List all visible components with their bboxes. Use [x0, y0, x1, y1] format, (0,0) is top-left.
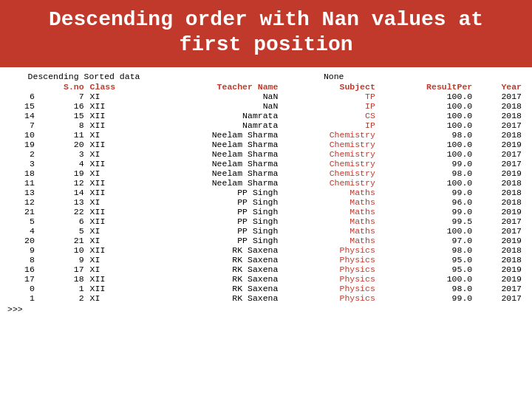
cell-sno: 9 — [38, 255, 87, 265]
col-header-class: Class — [87, 82, 146, 92]
cell-sno: 1 — [38, 284, 87, 293]
cell-subject: Chemistry — [281, 168, 378, 178]
cell-subject: TP — [281, 92, 378, 101]
cell-subject: Physics — [281, 255, 378, 265]
table-row: 18 19 XI Neelam Sharma Chemistry 98.0 20… — [7, 168, 525, 178]
cell-result: 98.0 — [378, 168, 475, 178]
cell-class: XII — [87, 274, 146, 284]
cell-result: 99.0 — [378, 159, 475, 168]
cell-subject: Maths — [281, 197, 378, 207]
cell-result: 100.0 — [378, 226, 475, 236]
cell-teacher: RK Saxena — [146, 274, 281, 284]
cell-result: 100.0 — [378, 120, 475, 130]
cell-year: 2018 — [475, 197, 525, 207]
table-row: 20 21 XI PP Singh Maths 97.0 2019 — [7, 236, 525, 245]
cell-class: XI — [87, 92, 146, 101]
cell-class: XII — [87, 178, 146, 188]
cell-year: 2019 — [475, 168, 525, 178]
cell-sno: 21 — [38, 236, 87, 245]
cell-subject: Physics — [281, 274, 378, 284]
cell-year: 2018 — [475, 255, 525, 265]
cell-sno: 18 — [38, 274, 87, 284]
cell-teacher: NaN — [146, 101, 281, 111]
cell-idx: 1 — [7, 293, 38, 303]
cell-class: XI — [87, 130, 146, 140]
cell-teacher: PP Singh — [146, 207, 281, 216]
col-header-sno: S.no — [38, 82, 87, 92]
cell-sno: 4 — [38, 159, 87, 168]
cell-teacher: PP Singh — [146, 226, 281, 236]
cell-teacher: Neelam Sharma — [146, 130, 281, 140]
cell-idx: 9 — [7, 245, 38, 255]
title-bar: Descending order with Nan values at firs… — [0, 0, 532, 67]
cell-subject: Physics — [281, 293, 378, 303]
cell-idx: 18 — [7, 168, 38, 178]
cell-idx: 19 — [7, 140, 38, 149]
cell-year: 2017 — [475, 216, 525, 226]
cell-result: 98.0 — [378, 284, 475, 293]
cell-result: 100.0 — [378, 101, 475, 111]
table-row: 13 14 XII PP Singh Maths 99.0 2018 — [7, 188, 525, 197]
cell-subject: Maths — [281, 226, 378, 236]
cell-teacher: RK Saxena — [146, 265, 281, 274]
cell-subject: Physics — [281, 245, 378, 255]
cell-idx: 3 — [7, 159, 38, 168]
cell-year: 2019 — [475, 274, 525, 284]
cell-sno: 17 — [38, 265, 87, 274]
table-row: 4 5 XI PP Singh Maths 100.0 2017 — [7, 226, 525, 236]
content-area: Descending Sorted data None S.no Class T… — [0, 67, 532, 317]
cell-idx: 20 — [7, 236, 38, 245]
table-header: S.no Class Teacher Name Subject ResultPe… — [7, 82, 525, 92]
table-row: 5 6 XII PP Singh Maths 99.5 2017 — [7, 216, 525, 226]
cell-year: 2019 — [475, 265, 525, 274]
cell-teacher: RK Saxena — [146, 255, 281, 265]
cell-result: 100.0 — [378, 274, 475, 284]
cell-subject: Maths — [281, 207, 378, 216]
cell-class: XII — [87, 111, 146, 120]
table-row: 7 8 XII Namrata IP 100.0 2017 — [7, 120, 525, 130]
cell-class: XII — [87, 120, 146, 130]
cell-idx: 16 — [7, 265, 38, 274]
cell-sno: 5 — [38, 226, 87, 236]
col-header-subject: Subject — [281, 82, 378, 92]
cell-year: 2017 — [475, 226, 525, 236]
cell-year: 2018 — [475, 101, 525, 111]
cell-teacher: RK Saxena — [146, 284, 281, 293]
cell-sno: 8 — [38, 120, 87, 130]
cell-result: 96.0 — [378, 197, 475, 207]
table-row: 1 2 XI RK Saxena Physics 99.0 2017 — [7, 293, 525, 303]
cell-class: XII — [87, 159, 146, 168]
cell-year: 2017 — [475, 293, 525, 303]
data-table: S.no Class Teacher Name Subject ResultPe… — [7, 82, 525, 303]
footer: >>> — [7, 304, 525, 314]
table-row: 3 4 XII Neelam Sharma Chemistry 99.0 201… — [7, 159, 525, 168]
header-line: Descending Sorted data None — [7, 72, 525, 81]
cell-class: XI — [87, 265, 146, 274]
cell-teacher: Namrata — [146, 120, 281, 130]
cell-year: 2018 — [475, 111, 525, 120]
cell-idx: 4 — [7, 226, 38, 236]
cell-sno: 20 — [38, 140, 87, 149]
table-row: 16 17 XI RK Saxena Physics 95.0 2019 — [7, 265, 525, 274]
cell-subject: Chemistry — [281, 130, 378, 140]
cell-result: 100.0 — [378, 178, 475, 188]
cell-year: 2018 — [475, 245, 525, 255]
cell-subject: Physics — [281, 284, 378, 293]
cell-idx: 6 — [7, 92, 38, 101]
cell-teacher: RK Saxena — [146, 245, 281, 255]
cell-result: 99.0 — [378, 207, 475, 216]
cell-result: 99.5 — [378, 216, 475, 226]
cell-teacher: PP Singh — [146, 216, 281, 226]
cell-result: 95.0 — [378, 255, 475, 265]
cell-sno: 15 — [38, 111, 87, 120]
cell-teacher: Neelam Sharma — [146, 159, 281, 168]
cell-teacher: Neelam Sharma — [146, 140, 281, 149]
cell-year: 2018 — [475, 188, 525, 197]
cell-year: 2018 — [475, 130, 525, 140]
cell-class: XII — [87, 207, 146, 216]
cell-class: XII — [87, 140, 146, 149]
cell-class: XI — [87, 255, 146, 265]
cell-idx: 13 — [7, 188, 38, 197]
table-row: 6 7 XI NaN TP 100.0 2017 — [7, 92, 525, 101]
cell-subject: CS — [281, 111, 378, 120]
